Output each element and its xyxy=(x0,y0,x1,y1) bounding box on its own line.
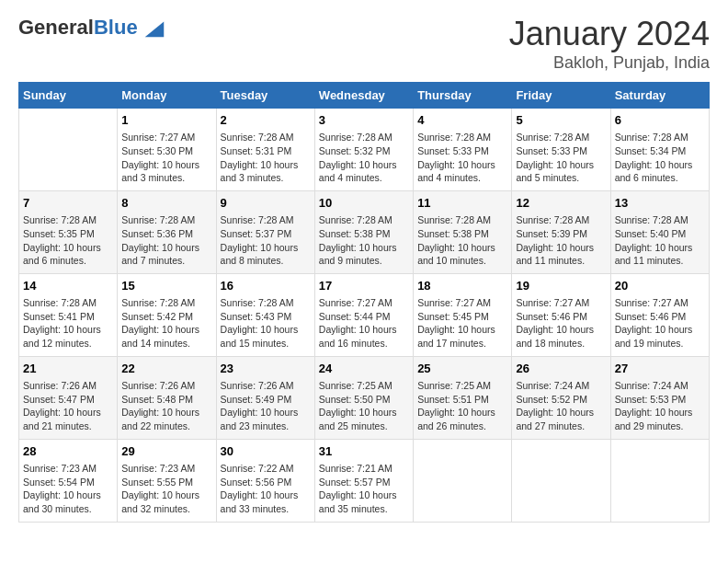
calendar-cell xyxy=(414,439,512,522)
cell-line: Sunset: 5:50 PM xyxy=(319,393,409,407)
cell-line: Daylight: 10 hours xyxy=(615,241,705,255)
calendar-cell: 27Sunrise: 7:24 AMSunset: 5:53 PMDayligh… xyxy=(610,356,709,439)
cell-line: and 23 minutes. xyxy=(221,419,311,433)
calendar-cell xyxy=(19,109,118,191)
calendar-cell: 3Sunrise: 7:28 AMSunset: 5:32 PMDaylight… xyxy=(314,109,413,191)
calendar-cell: 31Sunrise: 7:21 AMSunset: 5:57 PMDayligh… xyxy=(314,439,413,522)
cell-line: and 27 minutes. xyxy=(516,419,606,433)
cell-line: Sunrise: 7:28 AM xyxy=(221,296,311,310)
header-friday: Friday xyxy=(512,83,610,109)
cell-line: Sunrise: 7:26 AM xyxy=(23,379,113,393)
day-number: 4 xyxy=(417,112,507,129)
day-number: 13 xyxy=(615,195,705,212)
day-number: 1 xyxy=(121,112,211,129)
calendar-week-row: 14Sunrise: 7:28 AMSunset: 5:41 PMDayligh… xyxy=(19,273,710,356)
day-number: 8 xyxy=(121,195,211,212)
cell-line: Daylight: 10 hours xyxy=(516,158,606,172)
cell-line: and 3 minutes. xyxy=(121,171,211,185)
cell-line: Daylight: 10 hours xyxy=(615,406,705,419)
cell-line: Sunrise: 7:26 AM xyxy=(221,379,311,393)
calendar-cell xyxy=(512,439,610,522)
day-number: 3 xyxy=(319,112,409,129)
cell-line: Sunset: 5:42 PM xyxy=(121,310,211,324)
calendar-cell: 1Sunrise: 7:27 AMSunset: 5:30 PMDaylight… xyxy=(118,109,216,191)
cell-line: Daylight: 10 hours xyxy=(23,406,113,419)
cell-line: Sunset: 5:36 PM xyxy=(121,227,211,241)
cell-line: and 11 minutes. xyxy=(516,254,606,268)
cell-line: Daylight: 10 hours xyxy=(23,323,113,337)
cell-line: and 9 minutes. xyxy=(319,254,409,268)
cell-line: Sunset: 5:53 PM xyxy=(615,393,705,407)
cell-line: Sunset: 5:46 PM xyxy=(516,310,606,324)
cell-line: Daylight: 10 hours xyxy=(615,323,705,337)
cell-line: and 14 minutes. xyxy=(121,337,211,350)
cell-line: Sunset: 5:40 PM xyxy=(615,227,705,241)
calendar-cell: 8Sunrise: 7:28 AMSunset: 5:36 PMDaylight… xyxy=(118,190,216,273)
day-number: 28 xyxy=(23,443,113,460)
day-number: 15 xyxy=(121,278,211,294)
day-number: 31 xyxy=(319,443,409,460)
cell-line: Sunrise: 7:28 AM xyxy=(23,213,113,227)
calendar-week-row: 1Sunrise: 7:27 AMSunset: 5:30 PMDaylight… xyxy=(19,109,710,191)
cell-line: and 16 minutes. xyxy=(319,337,409,350)
month-title: January 2024 xyxy=(509,15,710,53)
cell-line: Sunset: 5:38 PM xyxy=(319,227,409,241)
cell-line: Daylight: 10 hours xyxy=(516,323,606,337)
cell-line: Sunset: 5:33 PM xyxy=(417,144,507,158)
cell-line: Daylight: 10 hours xyxy=(319,323,409,337)
cell-line: Sunrise: 7:28 AM xyxy=(121,213,211,227)
calendar-cell: 20Sunrise: 7:27 AMSunset: 5:46 PMDayligh… xyxy=(610,273,709,356)
cell-line: Sunset: 5:34 PM xyxy=(615,144,705,158)
cell-line: Daylight: 10 hours xyxy=(221,488,311,502)
cell-line: Sunrise: 7:28 AM xyxy=(516,131,606,144)
day-number: 25 xyxy=(417,361,507,377)
calendar-cell: 24Sunrise: 7:25 AMSunset: 5:50 PMDayligh… xyxy=(314,356,413,439)
calendar-cell: 26Sunrise: 7:24 AMSunset: 5:52 PMDayligh… xyxy=(512,356,610,439)
header-sunday: Sunday xyxy=(19,83,118,109)
cell-line: Sunset: 5:46 PM xyxy=(615,310,705,324)
cell-line: and 5 minutes. xyxy=(516,171,606,185)
calendar-week-row: 21Sunrise: 7:26 AMSunset: 5:47 PMDayligh… xyxy=(19,356,710,439)
calendar-cell: 6Sunrise: 7:28 AMSunset: 5:34 PMDaylight… xyxy=(610,109,709,191)
cell-line: Sunrise: 7:28 AM xyxy=(417,131,507,144)
calendar-cell: 29Sunrise: 7:23 AMSunset: 5:55 PMDayligh… xyxy=(118,439,216,522)
cell-line: Daylight: 10 hours xyxy=(417,241,507,255)
calendar-cell: 11Sunrise: 7:28 AMSunset: 5:38 PMDayligh… xyxy=(414,190,512,273)
cell-line: and 29 minutes. xyxy=(615,419,705,433)
day-number: 30 xyxy=(221,443,311,460)
cell-line: and 33 minutes. xyxy=(221,502,311,516)
cell-line: and 3 minutes. xyxy=(221,171,311,185)
cell-line: Daylight: 10 hours xyxy=(121,488,211,502)
calendar-header: Sunday Monday Tuesday Wednesday Thursday… xyxy=(19,83,710,109)
cell-line: and 30 minutes. xyxy=(23,502,113,516)
cell-line: Sunrise: 7:28 AM xyxy=(23,296,113,310)
weekday-row: Sunday Monday Tuesday Wednesday Thursday… xyxy=(19,83,710,109)
calendar-cell: 10Sunrise: 7:28 AMSunset: 5:38 PMDayligh… xyxy=(314,190,413,273)
calendar-week-row: 7Sunrise: 7:28 AMSunset: 5:35 PMDaylight… xyxy=(19,190,710,273)
cell-line: Daylight: 10 hours xyxy=(417,158,507,172)
day-number: 19 xyxy=(516,278,606,294)
cell-line: Daylight: 10 hours xyxy=(23,488,113,502)
cell-line: and 12 minutes. xyxy=(23,337,113,350)
cell-line: and 25 minutes. xyxy=(319,419,409,433)
cell-line: Sunrise: 7:23 AM xyxy=(23,462,113,476)
cell-line: Sunset: 5:31 PM xyxy=(221,144,311,158)
cell-line: Sunset: 5:30 PM xyxy=(121,144,211,158)
cell-line: Sunrise: 7:28 AM xyxy=(615,131,705,144)
day-number: 5 xyxy=(516,112,606,129)
cell-line: Daylight: 10 hours xyxy=(516,241,606,255)
cell-line: Sunrise: 7:24 AM xyxy=(516,379,606,393)
cell-line: and 8 minutes. xyxy=(221,254,311,268)
cell-line: Sunset: 5:49 PM xyxy=(221,393,311,407)
calendar-cell: 25Sunrise: 7:25 AMSunset: 5:51 PMDayligh… xyxy=(414,356,512,439)
cell-line: Sunrise: 7:26 AM xyxy=(121,379,211,393)
cell-line: Daylight: 10 hours xyxy=(121,158,211,172)
header-monday: Monday xyxy=(118,83,216,109)
calendar-cell: 4Sunrise: 7:28 AMSunset: 5:33 PMDaylight… xyxy=(414,109,512,191)
calendar-page: GeneralBlue January 2024 Bakloh, Punjab,… xyxy=(0,0,728,563)
cell-line: Sunrise: 7:25 AM xyxy=(319,379,409,393)
cell-line: Sunrise: 7:28 AM xyxy=(319,213,409,227)
day-number: 17 xyxy=(319,278,409,294)
logo-blue: Blue xyxy=(94,16,138,39)
cell-line: and 10 minutes. xyxy=(417,254,507,268)
